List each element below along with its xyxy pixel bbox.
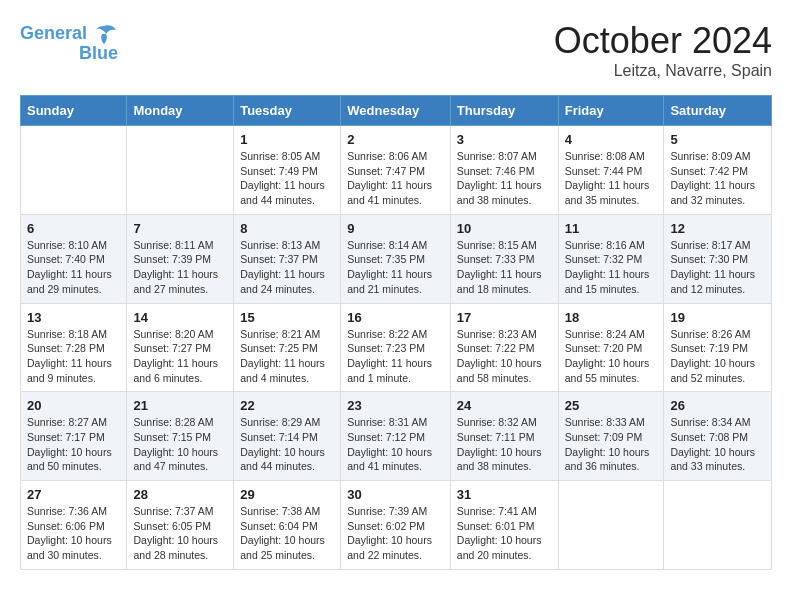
day-info: Sunrise: 8:17 AM Sunset: 7:30 PM Dayligh… [670,238,765,297]
day-number: 15 [240,310,334,325]
calendar-cell: 31Sunrise: 7:41 AM Sunset: 6:01 PM Dayli… [450,481,558,570]
day-info: Sunrise: 8:21 AM Sunset: 7:25 PM Dayligh… [240,327,334,386]
calendar-cell: 13Sunrise: 8:18 AM Sunset: 7:28 PM Dayli… [21,303,127,392]
logo: General Blue [20,20,118,64]
day-info: Sunrise: 8:06 AM Sunset: 7:47 PM Dayligh… [347,149,444,208]
day-number: 6 [27,221,120,236]
day-info: Sunrise: 8:15 AM Sunset: 7:33 PM Dayligh… [457,238,552,297]
calendar-cell: 14Sunrise: 8:20 AM Sunset: 7:27 PM Dayli… [127,303,234,392]
calendar-cell [21,126,127,215]
calendar-cell: 27Sunrise: 7:36 AM Sunset: 6:06 PM Dayli… [21,481,127,570]
calendar-cell: 28Sunrise: 7:37 AM Sunset: 6:05 PM Dayli… [127,481,234,570]
calendar-cell: 30Sunrise: 7:39 AM Sunset: 6:02 PM Dayli… [341,481,451,570]
day-info: Sunrise: 8:07 AM Sunset: 7:46 PM Dayligh… [457,149,552,208]
calendar-cell: 22Sunrise: 8:29 AM Sunset: 7:14 PM Dayli… [234,392,341,481]
day-number: 25 [565,398,658,413]
day-number: 7 [133,221,227,236]
calendar-cell: 1Sunrise: 8:05 AM Sunset: 7:49 PM Daylig… [234,126,341,215]
week-row-5: 27Sunrise: 7:36 AM Sunset: 6:06 PM Dayli… [21,481,772,570]
day-info: Sunrise: 8:13 AM Sunset: 7:37 PM Dayligh… [240,238,334,297]
day-number: 11 [565,221,658,236]
calendar-cell [127,126,234,215]
calendar-cell: 20Sunrise: 8:27 AM Sunset: 7:17 PM Dayli… [21,392,127,481]
day-number: 22 [240,398,334,413]
day-number: 17 [457,310,552,325]
calendar-cell: 18Sunrise: 8:24 AM Sunset: 7:20 PM Dayli… [558,303,664,392]
day-info: Sunrise: 8:16 AM Sunset: 7:32 PM Dayligh… [565,238,658,297]
column-header-wednesday: Wednesday [341,96,451,126]
day-number: 21 [133,398,227,413]
day-number: 14 [133,310,227,325]
day-number: 24 [457,398,552,413]
day-info: Sunrise: 8:23 AM Sunset: 7:22 PM Dayligh… [457,327,552,386]
day-info: Sunrise: 8:32 AM Sunset: 7:11 PM Dayligh… [457,415,552,474]
logo-text: General [20,24,87,44]
day-number: 27 [27,487,120,502]
day-info: Sunrise: 8:08 AM Sunset: 7:44 PM Dayligh… [565,149,658,208]
column-header-thursday: Thursday [450,96,558,126]
calendar-cell: 26Sunrise: 8:34 AM Sunset: 7:08 PM Dayli… [664,392,772,481]
logo-blue-text: Blue [79,44,118,64]
day-info: Sunrise: 7:41 AM Sunset: 6:01 PM Dayligh… [457,504,552,563]
day-number: 16 [347,310,444,325]
day-number: 5 [670,132,765,147]
calendar-cell [664,481,772,570]
calendar-cell: 17Sunrise: 8:23 AM Sunset: 7:22 PM Dayli… [450,303,558,392]
calendar-cell [558,481,664,570]
column-header-monday: Monday [127,96,234,126]
week-row-3: 13Sunrise: 8:18 AM Sunset: 7:28 PM Dayli… [21,303,772,392]
day-info: Sunrise: 8:34 AM Sunset: 7:08 PM Dayligh… [670,415,765,474]
day-number: 13 [27,310,120,325]
calendar-cell: 25Sunrise: 8:33 AM Sunset: 7:09 PM Dayli… [558,392,664,481]
day-number: 2 [347,132,444,147]
calendar-cell: 29Sunrise: 7:38 AM Sunset: 6:04 PM Dayli… [234,481,341,570]
column-header-sunday: Sunday [21,96,127,126]
day-info: Sunrise: 8:10 AM Sunset: 7:40 PM Dayligh… [27,238,120,297]
day-number: 19 [670,310,765,325]
calendar-cell: 4Sunrise: 8:08 AM Sunset: 7:44 PM Daylig… [558,126,664,215]
day-info: Sunrise: 7:39 AM Sunset: 6:02 PM Dayligh… [347,504,444,563]
page-header: General Blue October 2024 Leitza, Navarr… [20,20,772,80]
day-number: 10 [457,221,552,236]
day-number: 12 [670,221,765,236]
day-number: 4 [565,132,658,147]
day-info: Sunrise: 8:20 AM Sunset: 7:27 PM Dayligh… [133,327,227,386]
calendar-cell: 15Sunrise: 8:21 AM Sunset: 7:25 PM Dayli… [234,303,341,392]
calendar-cell: 6Sunrise: 8:10 AM Sunset: 7:40 PM Daylig… [21,214,127,303]
day-number: 30 [347,487,444,502]
day-info: Sunrise: 8:26 AM Sunset: 7:19 PM Dayligh… [670,327,765,386]
day-number: 28 [133,487,227,502]
calendar-cell: 7Sunrise: 8:11 AM Sunset: 7:39 PM Daylig… [127,214,234,303]
calendar-cell: 21Sunrise: 8:28 AM Sunset: 7:15 PM Dayli… [127,392,234,481]
calendar-cell: 24Sunrise: 8:32 AM Sunset: 7:11 PM Dayli… [450,392,558,481]
calendar-cell: 2Sunrise: 8:06 AM Sunset: 7:47 PM Daylig… [341,126,451,215]
calendar-cell: 9Sunrise: 8:14 AM Sunset: 7:35 PM Daylig… [341,214,451,303]
day-number: 20 [27,398,120,413]
calendar-cell: 3Sunrise: 8:07 AM Sunset: 7:46 PM Daylig… [450,126,558,215]
day-info: Sunrise: 8:29 AM Sunset: 7:14 PM Dayligh… [240,415,334,474]
day-number: 3 [457,132,552,147]
day-info: Sunrise: 8:24 AM Sunset: 7:20 PM Dayligh… [565,327,658,386]
location: Leitza, Navarre, Spain [554,62,772,80]
month-title: October 2024 [554,20,772,62]
day-number: 23 [347,398,444,413]
week-row-2: 6Sunrise: 8:10 AM Sunset: 7:40 PM Daylig… [21,214,772,303]
header-row: SundayMondayTuesdayWednesdayThursdayFrid… [21,96,772,126]
calendar-cell: 23Sunrise: 8:31 AM Sunset: 7:12 PM Dayli… [341,392,451,481]
calendar-cell: 11Sunrise: 8:16 AM Sunset: 7:32 PM Dayli… [558,214,664,303]
day-number: 8 [240,221,334,236]
calendar-table: SundayMondayTuesdayWednesdayThursdayFrid… [20,95,772,570]
day-number: 29 [240,487,334,502]
day-info: Sunrise: 8:22 AM Sunset: 7:23 PM Dayligh… [347,327,444,386]
column-header-tuesday: Tuesday [234,96,341,126]
day-number: 18 [565,310,658,325]
column-header-saturday: Saturday [664,96,772,126]
day-info: Sunrise: 8:09 AM Sunset: 7:42 PM Dayligh… [670,149,765,208]
day-info: Sunrise: 7:36 AM Sunset: 6:06 PM Dayligh… [27,504,120,563]
calendar-cell: 16Sunrise: 8:22 AM Sunset: 7:23 PM Dayli… [341,303,451,392]
calendar-cell: 8Sunrise: 8:13 AM Sunset: 7:37 PM Daylig… [234,214,341,303]
day-info: Sunrise: 8:11 AM Sunset: 7:39 PM Dayligh… [133,238,227,297]
column-header-friday: Friday [558,96,664,126]
calendar-cell: 12Sunrise: 8:17 AM Sunset: 7:30 PM Dayli… [664,214,772,303]
calendar-cell: 5Sunrise: 8:09 AM Sunset: 7:42 PM Daylig… [664,126,772,215]
